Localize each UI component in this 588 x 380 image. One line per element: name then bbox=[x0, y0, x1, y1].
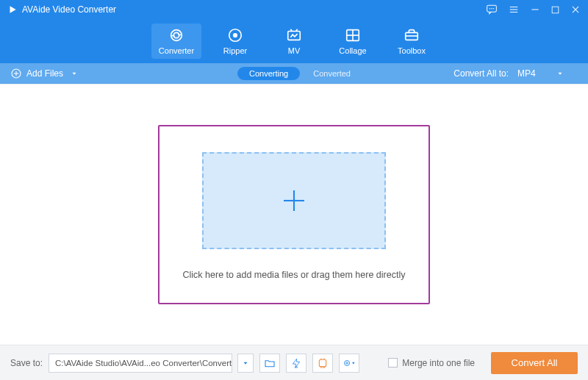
tab-toolbox[interactable]: Toolbox bbox=[387, 24, 437, 59]
convert-all-to-label: Convert All to: bbox=[453, 68, 509, 79]
chip-icon: ON bbox=[317, 357, 329, 369]
output-format-value: MP4 bbox=[517, 68, 536, 79]
tab-ripper[interactable]: Ripper bbox=[210, 24, 260, 59]
tab-converted[interactable]: Converted bbox=[313, 69, 351, 78]
folder-icon bbox=[264, 357, 276, 369]
conversion-tabs: Converting Converted bbox=[237, 67, 351, 80]
tab-mv-label: MV bbox=[288, 46, 301, 55]
footer: Save to: C:\AVAide Studio\AVAid...eo Con… bbox=[0, 345, 588, 380]
lightning-icon: off bbox=[291, 357, 301, 369]
plus-icon bbox=[279, 185, 309, 216]
mv-icon bbox=[286, 27, 302, 43]
hardware-accel-button[interactable]: off bbox=[286, 354, 306, 373]
svg-point-39 bbox=[345, 360, 350, 365]
chevron-down-icon bbox=[242, 359, 249, 367]
main-area: Click here to add media files or drag th… bbox=[0, 85, 588, 345]
app-title: AVAide Video Converter bbox=[22, 4, 116, 15]
menu-icon[interactable] bbox=[508, 4, 520, 15]
chevron-down-icon bbox=[71, 70, 78, 77]
main-toolbar: Converter Ripper MV Collage Toolbox bbox=[0, 19, 588, 63]
svg-marker-41 bbox=[352, 362, 355, 364]
dropzone[interactable] bbox=[202, 152, 386, 249]
dropzone-frame: Click here to add media files or drag th… bbox=[158, 125, 430, 304]
tab-toolbox-label: Toolbox bbox=[398, 46, 426, 55]
plus-circle-icon bbox=[10, 68, 22, 79]
settings-button[interactable] bbox=[339, 354, 359, 373]
ripper-icon bbox=[227, 27, 243, 43]
collage-icon bbox=[345, 27, 361, 43]
checkbox-box bbox=[388, 358, 398, 368]
dropzone-hint: Click here to add media files or drag th… bbox=[183, 270, 406, 280]
output-format-select[interactable]: MP4 bbox=[514, 67, 578, 80]
maximize-button[interactable] bbox=[551, 5, 560, 15]
save-path-field[interactable]: C:\AVAide Studio\AVAid...eo Converter\Co… bbox=[49, 354, 232, 373]
convert-all-button[interactable]: Convert All bbox=[491, 352, 578, 374]
chevron-down-icon bbox=[556, 70, 564, 77]
tab-converting[interactable]: Converting bbox=[237, 67, 300, 80]
svg-point-4 bbox=[493, 8, 495, 10]
svg-marker-0 bbox=[10, 6, 16, 12]
add-files-label: Add Files bbox=[26, 68, 63, 79]
save-to-label: Save to: bbox=[10, 358, 43, 368]
svg-text:ON: ON bbox=[320, 365, 325, 369]
play-triangle-icon bbox=[7, 4, 18, 15]
svg-point-3 bbox=[491, 8, 492, 10]
high-speed-button[interactable]: ON bbox=[312, 354, 333, 373]
save-path-dropdown[interactable] bbox=[237, 354, 254, 373]
tab-ripper-label: Ripper bbox=[223, 46, 247, 55]
titlebar: AVAide Video Converter bbox=[0, 0, 588, 19]
merge-checkbox[interactable]: Merge into one file bbox=[388, 358, 475, 368]
svg-point-2 bbox=[490, 8, 491, 10]
svg-point-14 bbox=[234, 34, 237, 37]
close-button[interactable] bbox=[570, 4, 581, 15]
svg-point-40 bbox=[346, 362, 348, 363]
svg-marker-26 bbox=[73, 73, 76, 75]
subbar: Add Files Converting Converted Convert A… bbox=[0, 63, 588, 84]
feedback-icon[interactable] bbox=[486, 4, 498, 15]
toolbox-icon bbox=[404, 27, 420, 43]
gear-icon bbox=[343, 358, 356, 368]
tab-converter-label: Converter bbox=[159, 46, 194, 55]
minimize-button[interactable] bbox=[530, 4, 540, 15]
open-folder-button[interactable] bbox=[259, 354, 280, 373]
svg-marker-27 bbox=[558, 73, 562, 75]
tab-collage[interactable]: Collage bbox=[328, 24, 378, 59]
app-logo: AVAide Video Converter bbox=[7, 4, 116, 15]
add-files-button[interactable]: Add Files bbox=[10, 68, 78, 79]
tab-collage-label: Collage bbox=[339, 46, 366, 55]
svg-rect-9 bbox=[552, 7, 559, 13]
svg-text:off: off bbox=[295, 365, 298, 369]
tab-mv[interactable]: MV bbox=[269, 24, 319, 59]
svg-marker-30 bbox=[244, 362, 248, 364]
tab-converter[interactable]: Converter bbox=[151, 24, 201, 59]
converter-icon bbox=[168, 27, 184, 43]
merge-label: Merge into one file bbox=[402, 358, 475, 368]
window-controls bbox=[486, 4, 581, 15]
